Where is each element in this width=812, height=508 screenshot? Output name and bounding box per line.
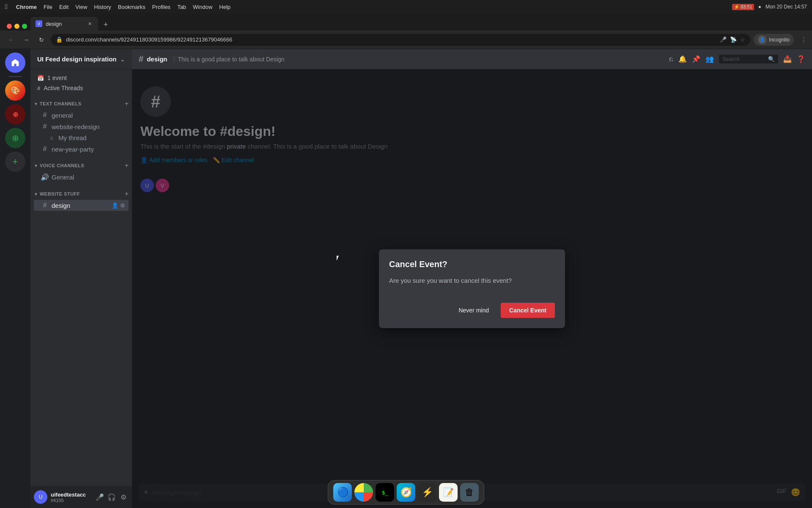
channel-header-name: design [147,55,167,63]
dock-safari[interactable]: 🧭 [397,483,415,502]
server-item-2[interactable]: ⊕ [5,104,25,124]
clock: Mon 20 Dec 14:57 [765,4,807,10]
channel-website-redesign[interactable]: # website-redesign [34,121,129,132]
macos-menubar:  Chrome design File Edit View History B… [0,0,812,14]
menu-help[interactable]: Help [219,4,230,10]
channel-hash-icon-design: # [41,202,49,209]
cast-icon[interactable]: 📡 [730,36,737,43]
add-voice-channel-button[interactable]: + [125,162,129,169]
new-tab-button[interactable]: + [100,19,112,30]
channel-header-description: This is a good place to talk about Desig… [174,56,284,63]
dock-trash[interactable]: 🗑 [460,483,479,502]
threads-header-icon[interactable]: ⎌ [669,55,673,63]
pin-header-icon[interactable]: 📌 [692,55,700,63]
window-maximize-button[interactable] [22,24,27,29]
active-threads-item[interactable]: # Active Threads [30,83,132,93]
tab-close-button[interactable]: ✕ [86,20,93,27]
modal-footer: Never mind Cancel Event [389,303,555,318]
channel-general[interactable]: # general [34,110,129,121]
add-server-button[interactable]: + [5,152,25,172]
inbox-header-icon[interactable]: 📥 [783,55,792,63]
add-text-channel-button[interactable]: + [125,100,129,108]
dock-notes[interactable]: 📝 [439,483,458,502]
reload-button[interactable]: ↻ [36,34,47,46]
channel-design-name: design [52,202,109,209]
channel-general-voice[interactable]: 🔊 General [34,171,129,183]
window-close-button[interactable] [7,24,12,29]
battery-time: ⚡ 03:51 [732,4,754,10]
channel-sidebar: UI Feed design inspiration ⌄ 📅 1 event #… [30,49,132,508]
address-bar[interactable]: 🔒 discord.com/channels/92249118030915998… [51,34,750,46]
never-mind-button[interactable]: Never mind [453,304,494,317]
menu-edit[interactable]: Edit [59,4,69,10]
cancel-event-dialog: Cancel Event? Are you sure you want to c… [379,249,565,328]
channel-hash-icon: # [41,111,49,119]
channel-hash-icon-2: # [41,123,49,130]
add-website-stuff-button[interactable]: + [125,190,129,198]
help-header-icon[interactable]: ❓ [797,55,805,63]
modal-backdrop: Cancel Event? Are you sure you want to c… [132,69,812,508]
menu-tab[interactable]: Tab [177,4,186,10]
menu-window[interactable]: Window [193,4,212,10]
user-avatar: U [34,490,47,504]
chrome-tab[interactable]: d design ✕ [30,17,98,30]
app-name-menu[interactable]: Chrome [16,4,37,10]
add-member-icon[interactable]: 👤 [112,202,118,209]
dock-bolt[interactable]: ⚡ [418,483,436,502]
members-header-icon[interactable]: 👥 [705,55,714,63]
user-panel: U uifeedtestacc #4105 🎤 🎧 ⚙ [30,486,132,508]
menu-bookmarks[interactable]: Bookmarks [118,4,145,10]
menu-profiles[interactable]: Profiles [152,4,170,10]
text-channels-category[interactable]: ▼ TEXT CHANNELS + [30,93,132,109]
extensions-icon[interactable]: ⋮ [801,36,807,44]
dock-finder[interactable]: 🔵 [333,483,352,502]
settings-icon[interactable]: ⚙ [120,202,125,209]
header-search[interactable]: Search 🔍 [719,55,778,64]
menu-file[interactable]: File [44,4,52,10]
mic-icon[interactable]: 🎤 [720,36,727,43]
lock-icon: 🔒 [56,36,63,43]
home-server-button[interactable] [5,52,25,73]
channel-header-actions: ⎌ 🔔 📌 👥 Search 🔍 📥 ❓ [669,55,805,64]
dock-chrome[interactable] [354,483,373,502]
back-button[interactable]: ← [5,34,17,46]
channel-design-actions: 👤 ⚙ [112,202,125,209]
star-icon[interactable]: ☆ [740,36,745,43]
category-arrow-website: ▼ [34,192,38,196]
incognito-area[interactable]: 👤 Incognito [754,34,794,46]
dock-terminal[interactable]: $_ [376,483,394,502]
server-separator [8,76,22,77]
server-name: UI Feed design inspiration [37,55,117,63]
channel-header-hash-icon: # [139,54,143,64]
user-settings-icon[interactable]: ⚙ [118,492,129,502]
server-item-1[interactable]: 🎨 [5,80,25,101]
server-header[interactable]: UI Feed design inspiration ⌄ [30,49,132,69]
channel-new-year-party[interactable]: # new-year-party [34,144,129,155]
apple-logo-icon[interactable]:  [5,3,8,11]
server-item-3[interactable]: ⊕ [5,128,25,148]
server-list: 🎨 ⊕ ⊕ + [0,49,30,508]
website-stuff-category[interactable]: ▼ WEBSITE STUFF + [30,183,132,199]
search-icon: 🔍 [768,56,775,62]
notifications-header-icon[interactable]: 🔔 [678,55,687,63]
mute-icon[interactable]: 🎤 [95,492,105,502]
channel-my-thread-name: My thread [58,134,125,141]
menu-history[interactable]: History [94,4,111,10]
voice-channels-label: VOICE CHANNELS [40,163,123,168]
events-item[interactable]: 📅 1 event [30,73,132,83]
deafen-icon[interactable]: 🎧 [107,492,117,502]
user-tag: #4105 [51,498,91,503]
cancel-event-button[interactable]: Cancel Event [501,303,555,318]
window-minimize-button[interactable] [14,24,19,29]
modal-title: Cancel Event? [389,260,555,269]
channel-my-thread[interactable]: ⎌ My thread [34,133,129,143]
menu-view[interactable]: View [75,4,87,10]
chat-area: # Welcome to #design! This is the start … [132,69,812,508]
discord-app: 🎨 ⊕ ⊕ + UI Feed design inspiration ⌄ 📅 1 [0,49,812,508]
forward-button[interactable]: → [20,34,32,46]
incognito-avatar: 👤 [758,36,766,44]
channel-design[interactable]: # design 👤 ⚙ [34,200,129,211]
voice-channels-category[interactable]: ▼ VOICE CHANNELS + [30,155,132,171]
voice-icon: 🔊 [41,173,49,181]
threads-icon: # [37,85,40,91]
